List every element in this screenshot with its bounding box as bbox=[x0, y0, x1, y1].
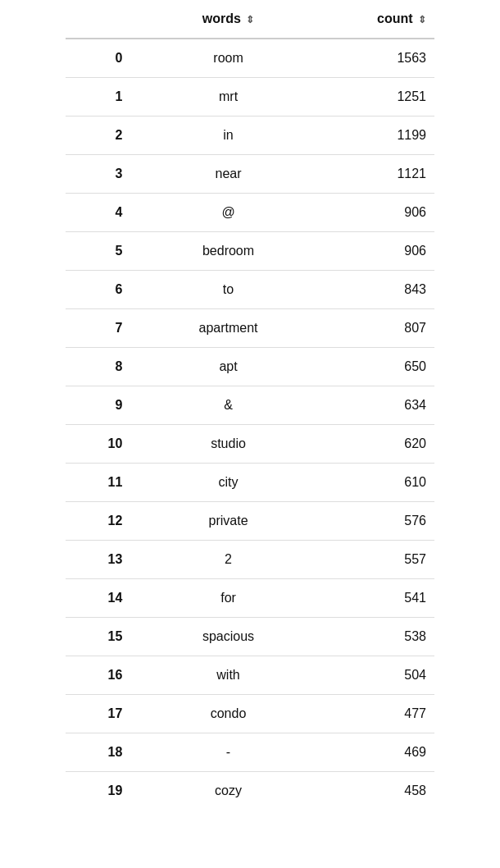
cell-count: 610 bbox=[326, 464, 434, 502]
cell-count: 504 bbox=[326, 656, 434, 695]
data-table: words ⇕ count ⇕ 0room15631mrt12512in1199… bbox=[66, 0, 434, 810]
cell-words: spacious bbox=[130, 618, 325, 656]
table-row: 2in1199 bbox=[66, 116, 434, 155]
table-row: 0room1563 bbox=[66, 39, 434, 78]
table-row: 1mrt1251 bbox=[66, 78, 434, 116]
cell-count: 1199 bbox=[326, 116, 434, 155]
table-row: 4@906 bbox=[66, 194, 434, 232]
cell-words: cozy bbox=[130, 772, 325, 811]
cell-words: city bbox=[130, 464, 325, 502]
count-sort-icon[interactable]: ⇕ bbox=[418, 14, 426, 25]
cell-words: near bbox=[130, 155, 325, 194]
cell-index: 12 bbox=[66, 502, 130, 541]
cell-count: 1121 bbox=[326, 155, 434, 194]
cell-words: room bbox=[130, 39, 325, 78]
cell-words: for bbox=[130, 579, 325, 618]
cell-count: 843 bbox=[326, 271, 434, 309]
table-row: 11city610 bbox=[66, 464, 434, 502]
table-row: 8apt650 bbox=[66, 348, 434, 386]
cell-index: 0 bbox=[66, 39, 130, 78]
cell-index: 19 bbox=[66, 772, 130, 811]
header-words[interactable]: words ⇕ bbox=[130, 0, 325, 39]
table-row: 132557 bbox=[66, 541, 434, 579]
table-header-row: words ⇕ count ⇕ bbox=[66, 0, 434, 39]
cell-index: 1 bbox=[66, 78, 130, 116]
table-row: 12private576 bbox=[66, 502, 434, 541]
cell-count: 477 bbox=[326, 695, 434, 733]
table-body: 0room15631mrt12512in11993near11214@9065b… bbox=[66, 39, 434, 810]
cell-index: 15 bbox=[66, 618, 130, 656]
cell-count: 458 bbox=[326, 772, 434, 811]
cell-words: & bbox=[130, 386, 325, 425]
cell-count: 906 bbox=[326, 194, 434, 232]
cell-count: 469 bbox=[326, 733, 434, 772]
table-row: 18-469 bbox=[66, 733, 434, 772]
cell-count: 557 bbox=[326, 541, 434, 579]
table-row: 14for541 bbox=[66, 579, 434, 618]
cell-words: - bbox=[130, 733, 325, 772]
cell-count: 541 bbox=[326, 579, 434, 618]
cell-count: 620 bbox=[326, 425, 434, 464]
cell-words: apt bbox=[130, 348, 325, 386]
cell-index: 10 bbox=[66, 425, 130, 464]
header-index bbox=[66, 0, 130, 39]
cell-index: 14 bbox=[66, 579, 130, 618]
cell-index: 16 bbox=[66, 656, 130, 695]
cell-words: private bbox=[130, 502, 325, 541]
cell-index: 4 bbox=[66, 194, 130, 232]
cell-index: 8 bbox=[66, 348, 130, 386]
table-row: 3near1121 bbox=[66, 155, 434, 194]
cell-count: 1251 bbox=[326, 78, 434, 116]
table-container: words ⇕ count ⇕ 0room15631mrt12512in1199… bbox=[0, 0, 500, 810]
words-label: words bbox=[202, 11, 241, 25]
cell-count: 906 bbox=[326, 232, 434, 271]
cell-index: 9 bbox=[66, 386, 130, 425]
cell-index: 2 bbox=[66, 116, 130, 155]
cell-index: 17 bbox=[66, 695, 130, 733]
cell-count: 1563 bbox=[326, 39, 434, 78]
cell-count: 634 bbox=[326, 386, 434, 425]
cell-index: 7 bbox=[66, 309, 130, 348]
table-row: 16with504 bbox=[66, 656, 434, 695]
cell-words: condo bbox=[130, 695, 325, 733]
cell-words: apartment bbox=[130, 309, 325, 348]
table-row: 15spacious538 bbox=[66, 618, 434, 656]
cell-index: 3 bbox=[66, 155, 130, 194]
cell-words: with bbox=[130, 656, 325, 695]
cell-words: bedroom bbox=[130, 232, 325, 271]
cell-count: 576 bbox=[326, 502, 434, 541]
cell-words: @ bbox=[130, 194, 325, 232]
count-label: count bbox=[377, 11, 413, 25]
cell-words: to bbox=[130, 271, 325, 309]
table-row: 5bedroom906 bbox=[66, 232, 434, 271]
table-row: 19cozy458 bbox=[66, 772, 434, 811]
cell-index: 6 bbox=[66, 271, 130, 309]
cell-words: 2 bbox=[130, 541, 325, 579]
cell-index: 5 bbox=[66, 232, 130, 271]
cell-words: in bbox=[130, 116, 325, 155]
table-row: 6to843 bbox=[66, 271, 434, 309]
cell-words: studio bbox=[130, 425, 325, 464]
cell-index: 18 bbox=[66, 733, 130, 772]
words-sort-icon[interactable]: ⇕ bbox=[246, 14, 254, 25]
table-row: 17condo477 bbox=[66, 695, 434, 733]
cell-count: 807 bbox=[326, 309, 434, 348]
cell-count: 538 bbox=[326, 618, 434, 656]
cell-index: 13 bbox=[66, 541, 130, 579]
table-row: 7apartment807 bbox=[66, 309, 434, 348]
cell-index: 11 bbox=[66, 464, 130, 502]
cell-words: mrt bbox=[130, 78, 325, 116]
table-row: 10studio620 bbox=[66, 425, 434, 464]
header-count[interactable]: count ⇕ bbox=[326, 0, 434, 39]
table-row: 9&634 bbox=[66, 386, 434, 425]
cell-count: 650 bbox=[326, 348, 434, 386]
